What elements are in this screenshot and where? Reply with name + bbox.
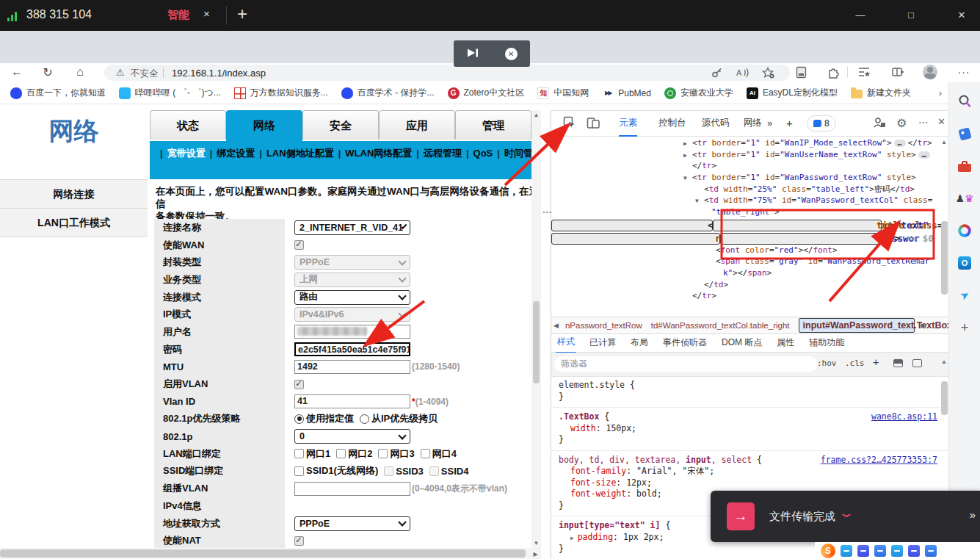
splitter-dots-icon[interactable]: ···: [542, 206, 552, 217]
remote-tab-close-icon[interactable]: ×: [203, 7, 210, 20]
ime-icon-2[interactable]: [857, 545, 869, 557]
breadcrumb-right-icon[interactable]: ▶: [921, 322, 926, 329]
breadcrumb-item[interactable]: nPassword_textRow: [565, 321, 642, 330]
styles-scroll-up-icon[interactable]: ▲: [941, 358, 947, 365]
search-icon[interactable]: [956, 93, 973, 110]
address-bar[interactable]: ⚠ 不安全 192.168.1.1/index.asp A: [104, 65, 790, 81]
subtab-QoS[interactable]: QoS: [473, 148, 493, 159]
styles-tab-1[interactable]: 已计算: [588, 333, 617, 353]
extensions-icon[interactable]: [824, 63, 843, 81]
collections-icon[interactable]: [854, 63, 874, 81]
devtools-tab-控制台[interactable]: 控制台: [658, 111, 686, 135]
favorite-add-icon[interactable]: [759, 64, 778, 82]
outlook-icon[interactable]: O: [956, 254, 973, 272]
8021p-policy-radio[interactable]: [294, 414, 304, 424]
key-icon[interactable]: [708, 64, 727, 82]
sidebar-item-lan-mode[interactable]: LAN口工作模式: [0, 208, 148, 237]
dom-line[interactable]: </tr>: [551, 160, 949, 172]
more-tabs-icon[interactable]: »: [767, 111, 772, 135]
connection-name-select[interactable]: 2_INTERNET_R_VID_41: [294, 220, 410, 235]
inline-ellipsis-icon[interactable]: …: [894, 140, 906, 147]
subtab-WLAN网络配置[interactable]: WLAN网络配置: [345, 148, 412, 159]
dom-scroll-up-icon[interactable]: ▲: [941, 139, 947, 145]
twisty-icon[interactable]: ▶: [683, 138, 692, 150]
bookmark-item[interactable]: 万方数据知识服务...: [234, 87, 328, 99]
dom-line[interactable]: k"></span>: [551, 267, 949, 279]
mtu-input[interactable]: 1492: [294, 360, 410, 374]
page-horizontal-scrollbar[interactable]: ▶: [0, 548, 541, 559]
flag-play-icon[interactable]: [466, 48, 479, 60]
ssid-port-binding-checkbox[interactable]: [294, 466, 304, 476]
settings-more-icon[interactable]: ···: [954, 63, 973, 81]
home-button[interactable]: ⌂: [70, 63, 90, 81]
scroll-right-icon[interactable]: ▶: [531, 549, 540, 559]
styles-tab-2[interactable]: 布局: [629, 333, 650, 353]
multicast-vlan-input[interactable]: [294, 482, 410, 496]
bookmark-item[interactable]: 百度一下，你就知道: [10, 87, 106, 99]
people-icon[interactable]: [873, 116, 886, 131]
remote-new-tab-button[interactable]: +: [237, 4, 247, 24]
enable-nat-checkbox[interactable]: [294, 536, 304, 546]
styles-tab-3[interactable]: 事件侦听器: [661, 333, 708, 353]
color-scheme-icon[interactable]: [893, 359, 903, 367]
devtools-tab-源代码[interactable]: 源代码: [702, 111, 730, 135]
sogou-logo-icon[interactable]: S: [821, 544, 835, 558]
8021p-select[interactable]: 0: [294, 429, 410, 444]
add-icon[interactable]: +: [956, 319, 973, 336]
stylesheet-link[interactable]: wane8c.asp:11: [871, 411, 937, 423]
enable-vlan-checkbox[interactable]: [294, 380, 304, 389]
ime-icon-6[interactable]: [925, 545, 937, 557]
dom-line[interactable]: <span class="gray" id="WanPassword_textR…: [551, 256, 949, 267]
bookmark-item[interactable]: ▶▶PubMed: [602, 87, 651, 99]
dom-line[interactable]: ▼<tr border="1" id="WanPassword_textRow"…: [551, 172, 949, 184]
ime-icon-4[interactable]: [891, 545, 903, 557]
issues-counter[interactable]: 8: [807, 115, 836, 131]
vlan-id-input[interactable]: 41: [294, 394, 410, 408]
ime-icon-5[interactable]: [908, 545, 920, 557]
stop-circle-icon[interactable]: ✕: [505, 48, 518, 60]
bookmarks-overflow-icon[interactable]: ›: [939, 87, 942, 98]
styles-tab-0[interactable]: 样式: [556, 332, 576, 353]
bookmark-item[interactable]: 知中国知网: [537, 87, 589, 99]
subtab-LAN侧地址配置[interactable]: LAN侧地址配置: [266, 148, 334, 159]
styles-tab-4[interactable]: DOM 断点: [720, 333, 763, 353]
dom-line[interactable]: ▼<td width="75%" id="WanPassword_textCol…: [551, 195, 949, 206]
styles-tab-5[interactable]: 属性: [775, 333, 796, 353]
tab-管理[interactable]: 管理: [455, 110, 531, 140]
addressing-mode-select[interactable]: PPPoE: [294, 516, 410, 531]
filter-input[interactable]: 筛选器: [554, 356, 818, 372]
remote-close-button[interactable]: ✕: [945, 0, 979, 31]
inline-ellipsis-icon[interactable]: …: [918, 151, 930, 159]
dom-line[interactable]: "table_right">: [551, 206, 949, 218]
lan-port-binding-checkbox[interactable]: [378, 449, 388, 458]
devtools-tab-网络[interactable]: 网络: [744, 111, 762, 135]
subtab-宽带设置[interactable]: 宽带设置: [167, 148, 206, 159]
subtab-远程管理[interactable]: 远程管理: [424, 148, 462, 159]
dom-line[interactable]: </tr>: [551, 290, 949, 302]
url-text[interactable]: 192.168.1.1/index.asp: [172, 68, 266, 79]
css-rule[interactable]: element.style {}: [551, 376, 949, 408]
scrollbar-thumb[interactable]: [533, 301, 540, 383]
refresh-button[interactable]: ↻: [38, 63, 57, 81]
remote-maximize-button[interactable]: □: [894, 0, 928, 31]
read-aloud-icon[interactable]: A: [733, 64, 752, 82]
dom-line[interactable]: <font color="red"></font>: [551, 245, 949, 256]
ime-icon-3[interactable]: [874, 545, 886, 557]
styles-tab-6[interactable]: 辅助功能: [807, 333, 846, 353]
inspect-icon[interactable]: [563, 116, 576, 131]
toggle-hov[interactable]: :hov: [817, 358, 837, 368]
bookmark-item[interactable]: 安徽农业大学: [664, 87, 733, 99]
ime-icon-1[interactable]: [841, 545, 852, 557]
scrollbar-thumb[interactable]: [0, 549, 526, 558]
toolbox-icon[interactable]: [956, 157, 973, 175]
lan-port-binding-checkbox[interactable]: [421, 449, 430, 458]
dom-line[interactable]: ▶<tr border="1" id="WanUserName_textRow"…: [551, 149, 949, 161]
add-panel-icon[interactable]: +: [786, 111, 793, 135]
tab-安全[interactable]: 安全: [302, 110, 379, 140]
devtools-more-icon[interactable]: ⋯: [918, 116, 929, 128]
games-icon[interactable]: ♟♛: [956, 190, 973, 207]
toggle-cls[interactable]: .cls: [845, 358, 865, 368]
username-input[interactable]: [294, 325, 410, 339]
css-property[interactable]: font-size: 12px;: [559, 477, 942, 489]
scroll-up-icon[interactable]: ▲: [531, 110, 541, 120]
